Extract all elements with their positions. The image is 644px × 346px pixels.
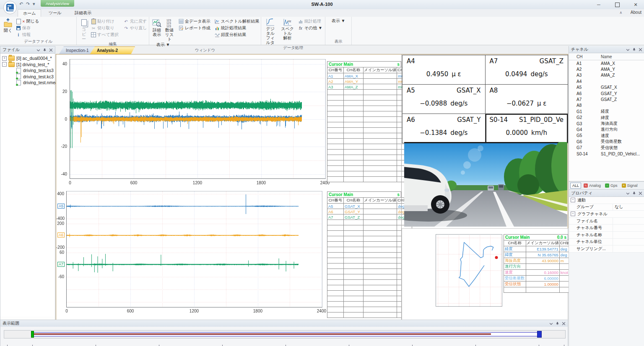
property-value[interactable] [613, 239, 644, 245]
y-axis-tick-label: 60 [56, 250, 64, 255]
close-button[interactable]: ✕ [627, 0, 644, 9]
create-report-button[interactable]: レポート作成 [177, 25, 212, 31]
channel-list-item[interactable]: A7GSAT_Z [569, 96, 644, 102]
collapse-icon[interactable]: − [571, 212, 575, 216]
property-row[interactable]: チャネル番号 [569, 225, 644, 232]
copy-button[interactable]: コピー [78, 18, 90, 41]
expand-icon[interactable]: + [2, 56, 7, 61]
tab-tools[interactable]: ツール [44, 9, 66, 18]
filter-all[interactable]: ALL [570, 183, 581, 188]
about-link[interactable]: About [631, 10, 641, 15]
file-tree-item[interactable]: -[1] driving_test_* [0, 62, 55, 68]
property-value[interactable] [613, 225, 644, 231]
file-tree-item[interactable]: +[0] ac_dual0004_* [0, 55, 55, 62]
channel-list-item[interactable]: A3AMA_Z [569, 72, 644, 78]
file-tree-item[interactable]: driving_test.kc3 [0, 74, 55, 80]
channel-list-item[interactable]: A5GSAT_X [569, 85, 644, 90]
collapse-icon[interactable]: - [2, 62, 7, 67]
chevron-down-icon[interactable] [36, 48, 40, 52]
gps-cursor-table: Cursor Main0.0 sCH名称メインカーソル値CH単位経度E139.5… [504, 234, 575, 293]
spectrum-analysis-button[interactable]: Hz スペクトル 解析 [278, 18, 297, 41]
range-start-handle[interactable] [31, 331, 34, 338]
channel-list-item[interactable]: G2緯度 [569, 115, 644, 121]
channel-list-item[interactable]: A1AMA_X [569, 60, 644, 66]
save-button[interactable]: 保存 [15, 25, 40, 31]
gps-map[interactable] [436, 234, 502, 307]
close-icon[interactable] [639, 48, 642, 52]
pin-icon[interactable] [556, 322, 559, 325]
property-row[interactable]: −連動 [569, 197, 644, 204]
property-row[interactable]: チャネル単位 [569, 239, 644, 246]
undo-button[interactable]: ↶元に戻す [122, 18, 148, 25]
collapse-icon[interactable]: − [571, 198, 575, 202]
detail-view-button[interactable]: 詳細表示 [151, 18, 163, 42]
file-tree-item[interactable]: driving_test.nmea [0, 80, 55, 86]
filter-analog[interactable]: ∿Analog [582, 183, 602, 188]
property-row[interactable]: ファイル名 [569, 218, 644, 225]
channel-list-item[interactable]: A6GSAT_Y [569, 90, 644, 96]
close-file-button[interactable]: ✕閉じる [15, 18, 40, 25]
property-value[interactable] [613, 232, 644, 238]
spectral-result-button[interactable]: スペクトル解析結果 [213, 18, 260, 25]
pin-icon[interactable] [43, 48, 47, 52]
redo-button[interactable]: ↷やり直し [122, 25, 148, 31]
info-button[interactable]: i情報 [15, 31, 40, 38]
cell: 0.16000 [526, 270, 559, 276]
stat-processing-button[interactable]: 統計処理 [297, 18, 324, 25]
maximize-button[interactable] [609, 0, 626, 9]
filter-gps[interactable]: ◦Gps [603, 183, 619, 188]
property-value[interactable] [613, 245, 644, 252]
property-row[interactable]: −グラフチャネル [569, 211, 644, 218]
cut-button[interactable]: ✂切り取り [90, 25, 120, 31]
freq-result-button[interactable]: 頻度分析結果 [213, 31, 260, 38]
empty-cell [364, 160, 397, 166]
other-dropdown-button[interactable]: fxその他 ▼ [297, 25, 324, 31]
numeric-list-button[interactable]: 123 123 123 数値リスト [163, 18, 176, 42]
paste-button[interactable]: 貼り付け [90, 18, 120, 25]
digital-filter-button[interactable]: デジタル フィルタ [262, 18, 278, 45]
all-data-view-button[interactable]: 全データ表示 [177, 18, 212, 25]
empty-cell [344, 177, 364, 182]
channel-list-item[interactable]: S0-14S1_PID_0D_Vehicl... [569, 151, 644, 157]
gyro-chart[interactable] [65, 190, 323, 308]
minimize-button[interactable]: ─ [590, 0, 607, 9]
file-tree-item[interactable]: driving_test.ks3 [0, 67, 55, 74]
channel-list-item[interactable]: G7受信状態 [569, 145, 644, 150]
tile-header: A8 [490, 87, 564, 94]
stats-result-button[interactable]: 統計処理結果 [213, 25, 260, 31]
channel-list-item[interactable]: G6受信衛星数 [569, 139, 644, 145]
open-button[interactable]: 開く [1, 18, 15, 33]
close-icon[interactable] [562, 322, 566, 325]
cursor-table-accel: Cursor MainsCH番号CH名称メインカーソル値CH単位A1AMA_Xm… [327, 61, 412, 182]
range-end-handle[interactable] [537, 331, 542, 338]
tab-analysis-2[interactable]: Analysis-2 [90, 46, 135, 54]
channel-list-item[interactable]: A2AMA_Y [569, 66, 644, 72]
property-row[interactable]: グループなし [569, 204, 644, 211]
channel-list-item[interactable]: G1経度 [569, 108, 644, 114]
filter-signal[interactable]: ≡Signal [620, 183, 639, 188]
channel-list-item[interactable]: G5速度 [569, 133, 644, 139]
channel-list-item[interactable]: G4進行方向 [569, 127, 644, 132]
chevron-down-icon[interactable] [549, 322, 553, 325]
property-value[interactable] [613, 218, 644, 225]
tab-detail-view[interactable]: 詳細表示 [70, 9, 96, 18]
gps-pin-icon: ◦ [605, 183, 609, 188]
channel-list-item[interactable]: G3海抜高度 [569, 121, 644, 127]
acceleration-chart[interactable] [68, 59, 326, 179]
cursor-table-title: Cursor Main0.0 s [504, 234, 568, 240]
pin-icon[interactable] [632, 191, 636, 195]
close-icon[interactable] [639, 191, 642, 195]
collapse-ribbon-icon[interactable]: ∧ [619, 10, 622, 15]
channel-list-item[interactable]: A4 [569, 78, 644, 84]
property-row[interactable]: サンプリング... [569, 245, 644, 253]
property-value[interactable]: なし [613, 204, 644, 211]
close-icon[interactable] [49, 48, 53, 52]
display-dropdown-button[interactable]: 表示 ▼ [330, 18, 347, 24]
select-all-button[interactable]: すべて選択 [90, 31, 120, 38]
chevron-down-icon[interactable] [626, 48, 630, 52]
app-menu-button[interactable] [3, 1, 17, 14]
property-row[interactable]: チャネル名称 [569, 232, 644, 239]
chevron-down-icon[interactable] [626, 191, 630, 195]
channel-list-item[interactable]: A8 [569, 103, 644, 108]
pin-icon[interactable] [632, 48, 636, 52]
